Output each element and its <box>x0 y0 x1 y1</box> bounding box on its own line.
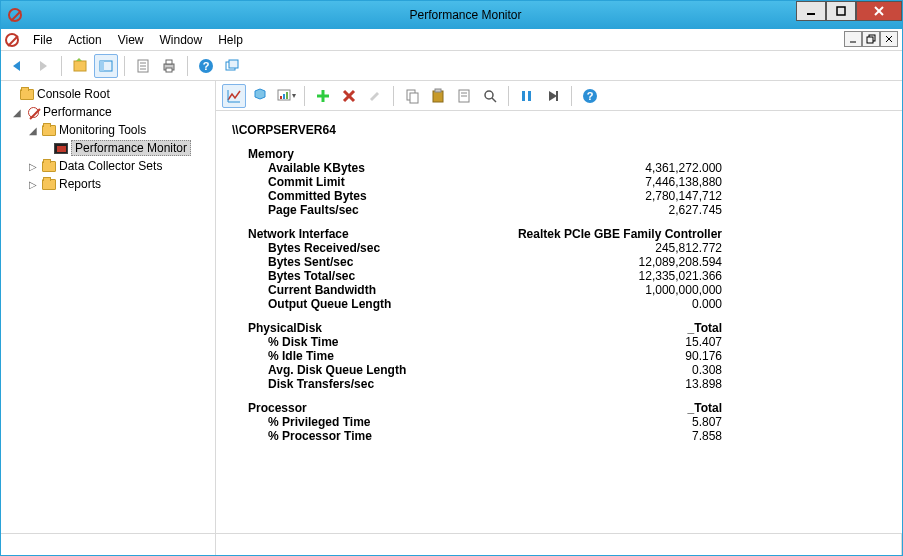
counter-row: Page Faults/sec2,627.745 <box>232 203 886 217</box>
minimize-button[interactable] <box>796 1 826 21</box>
counter-value: 7,446,138,880 <box>512 175 722 189</box>
tree-label: Data Collector Sets <box>59 159 162 173</box>
body: Console Root ◢ Performance ◢ Monitoring … <box>1 81 902 533</box>
tree-console-root[interactable]: Console Root <box>3 85 213 103</box>
perfmon-app-icon <box>25 104 41 120</box>
svg-rect-24 <box>280 96 282 99</box>
view-histogram-button[interactable] <box>248 84 272 108</box>
help-button[interactable]: ? <box>194 54 218 78</box>
svg-rect-17 <box>166 60 172 64</box>
svg-rect-9 <box>74 61 86 71</box>
counter-value: 4,361,272.000 <box>512 161 722 175</box>
view-graph-button[interactable] <box>222 84 246 108</box>
counter-label: Current Bandwidth <box>232 283 512 297</box>
svg-text:?: ? <box>203 60 210 72</box>
show-hide-tree-button[interactable] <box>68 54 92 78</box>
counter-row: Available KBytes4,361,272.000 <box>232 161 886 175</box>
print-button[interactable] <box>157 54 181 78</box>
svg-rect-6 <box>867 37 873 43</box>
svg-rect-18 <box>166 68 172 72</box>
counter-label: Available KBytes <box>232 161 512 175</box>
report-view[interactable]: \\CORPSERVER64 MemoryAvailable KBytes4,3… <box>216 111 902 533</box>
menu-view[interactable]: View <box>110 31 152 49</box>
counter-label: % Idle Time <box>232 349 512 363</box>
menu-bar: File Action View Window Help <box>1 29 902 51</box>
show-hide-action-pane-button[interactable] <box>94 54 118 78</box>
counter-value: 12,089,208.594 <box>512 255 722 269</box>
counter-row: Committed Bytes2,780,147,712 <box>232 189 886 203</box>
counter-value: 5.807 <box>512 415 722 429</box>
svg-point-38 <box>485 91 493 99</box>
group-instance: _Total <box>512 401 722 415</box>
copy-button[interactable] <box>400 84 424 108</box>
mdi-restore-button[interactable] <box>862 31 880 47</box>
svg-rect-11 <box>100 61 104 71</box>
counter-label: Bytes Sent/sec <box>232 255 512 269</box>
forward-button[interactable] <box>31 54 55 78</box>
tree-performance-monitor[interactable]: Performance Monitor <box>3 139 213 157</box>
counter-row: Bytes Received/sec245,812.772 <box>232 241 886 255</box>
properties-button[interactable] <box>131 54 155 78</box>
svg-rect-33 <box>433 91 443 102</box>
counter-label: Bytes Total/sec <box>232 269 512 283</box>
tree-label: Console Root <box>37 87 110 101</box>
counter-row: Commit Limit7,446,138,880 <box>232 175 886 189</box>
mdi-minimize-button[interactable] <box>844 31 862 47</box>
menu-file[interactable]: File <box>25 31 60 49</box>
title-bar[interactable]: Performance Monitor <box>1 1 902 29</box>
close-button[interactable] <box>856 1 902 21</box>
counter-value: 1,000,000,000 <box>512 283 722 297</box>
counter-row: Current Bandwidth1,000,000,000 <box>232 283 886 297</box>
menu-action[interactable]: Action <box>60 31 109 49</box>
mdi-close-button[interactable] <box>880 31 898 47</box>
back-button[interactable] <box>5 54 29 78</box>
tree-label: Monitoring Tools <box>59 123 146 137</box>
expander-expand-icon[interactable]: ▷ <box>27 161 39 172</box>
svg-rect-26 <box>286 92 288 99</box>
group-name: Memory <box>232 147 512 161</box>
new-window-button[interactable] <box>220 54 244 78</box>
counter-value: 7.858 <box>512 429 722 443</box>
group-instance: Realtek PCIe GBE Family Controller <box>512 227 722 241</box>
result-pane: ▾ ? \\CORPSERVER64 MemoryAvailable KByte… <box>216 81 902 533</box>
expander-expand-icon[interactable]: ▷ <box>27 179 39 190</box>
counter-value: 90.176 <box>512 349 722 363</box>
console-tree[interactable]: Console Root ◢ Performance ◢ Monitoring … <box>1 81 216 533</box>
tree-performance[interactable]: ◢ Performance <box>3 103 213 121</box>
svg-text:?: ? <box>587 90 594 102</box>
svg-rect-34 <box>435 89 441 92</box>
system-menu-icon[interactable] <box>5 33 19 47</box>
monitor-icon <box>53 140 69 156</box>
menu-window[interactable]: Window <box>152 31 211 49</box>
highlight-button[interactable] <box>363 84 387 108</box>
update-data-button[interactable] <box>541 84 565 108</box>
counter-label: Commit Limit <box>232 175 512 189</box>
tree-reports[interactable]: ▷ Reports <box>3 175 213 193</box>
counter-row: Disk Transfers/sec13.898 <box>232 377 886 391</box>
zoom-button[interactable] <box>478 84 502 108</box>
properties-counter-button[interactable] <box>452 84 476 108</box>
report-host: \\CORPSERVER64 <box>232 123 886 137</box>
expander-collapse-icon[interactable]: ◢ <box>11 107 23 118</box>
menu-help[interactable]: Help <box>210 31 251 49</box>
maximize-button[interactable] <box>826 1 856 21</box>
counter-value: 0.308 <box>512 363 722 377</box>
delete-counter-button[interactable] <box>337 84 361 108</box>
svg-rect-22 <box>229 60 238 68</box>
add-counter-button[interactable] <box>311 84 335 108</box>
expander-collapse-icon[interactable]: ◢ <box>27 125 39 136</box>
status-cell <box>1 534 216 555</box>
tree-label: Performance <box>43 105 112 119</box>
tree-monitoring-tools[interactable]: ◢ Monitoring Tools <box>3 121 213 139</box>
counter-value: 245,812.772 <box>512 241 722 255</box>
svg-line-39 <box>492 98 496 102</box>
status-cell <box>216 534 902 555</box>
paste-button[interactable] <box>426 84 450 108</box>
counter-row: % Privileged Time5.807 <box>232 415 886 429</box>
toolbar-help-button[interactable]: ? <box>578 84 602 108</box>
group-name: Processor <box>232 401 512 415</box>
tree-data-collector-sets[interactable]: ▷ Data Collector Sets <box>3 157 213 175</box>
freeze-display-button[interactable] <box>515 84 539 108</box>
view-report-button[interactable]: ▾ <box>274 84 298 108</box>
counter-row: Avg. Disk Queue Length0.308 <box>232 363 886 377</box>
